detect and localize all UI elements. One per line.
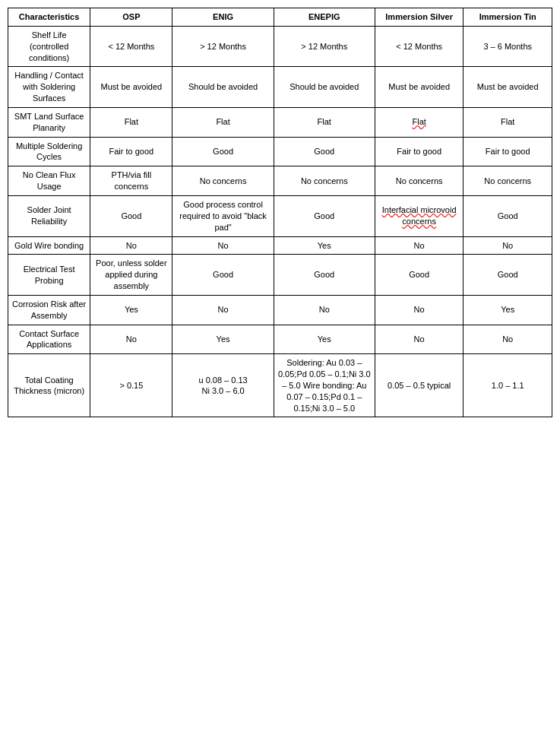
- cell-imtin-2: Flat: [464, 107, 552, 137]
- cell-osp-2: Flat: [90, 107, 172, 137]
- header-characteristics: Characteristics: [8, 8, 90, 27]
- cell-char-3: Multiple Soldering Cycles: [8, 137, 90, 166]
- cell-enepig-6: Yes: [274, 236, 375, 255]
- table-row: SMT Land Surface PlanarityFlatFlatFlatFl…: [8, 107, 552, 137]
- table-row: Corrosion Risk after AssemblyYesNoNoNoYe…: [8, 295, 552, 325]
- cell-enig-4: No concerns: [172, 166, 274, 196]
- cell-enepig-10: Soldering: Au 0.03 – 0.05;Pd 0.05 – 0.1;…: [274, 354, 375, 417]
- cell-char-10: Total Coating Thickness (micron): [8, 354, 90, 417]
- cell-imsilver-5: Interfacial microvoid concerns: [375, 195, 464, 236]
- cell-imtin-6: No: [464, 236, 552, 255]
- cell-imtin-10: 1.0 – 1.1: [464, 354, 552, 417]
- cell-enig-0: > 12 Months: [172, 26, 274, 67]
- cell-imsilver-6: No: [375, 236, 464, 255]
- cell-osp-7: Poor, unless solder applied during assem…: [90, 255, 172, 296]
- cell-enig-6: No: [172, 236, 274, 255]
- cell-enepig-0: > 12 Months: [274, 26, 375, 67]
- table-row: Contact Surface ApplicationsNoYesYesNoNo: [8, 325, 552, 354]
- cell-osp-8: Yes: [90, 295, 172, 325]
- cell-enepig-1: Should be avoided: [274, 67, 375, 108]
- cell-char-2: SMT Land Surface Planarity: [8, 107, 90, 137]
- cell-osp-10: > 0.15: [90, 354, 172, 417]
- cell-char-1: Handling / Contact with Soldering Surfac…: [8, 67, 90, 108]
- cell-imtin-1: Must be avoided: [464, 67, 552, 108]
- table-row: No Clean Flux UsagePTH/via fill concerns…: [8, 166, 552, 196]
- cell-enepig-3: Good: [274, 137, 375, 166]
- cell-enig-3: Good: [172, 137, 274, 166]
- header-enig: ENIG: [172, 8, 274, 27]
- cell-osp-5: Good: [90, 195, 172, 236]
- cell-osp-0: < 12 Months: [90, 26, 172, 67]
- cell-enig-5: Good process control required to avoid "…: [172, 195, 274, 236]
- cell-enig-2: Flat: [172, 107, 274, 137]
- cell-imsilver-3: Fair to good: [375, 137, 464, 166]
- table-row: Gold Wire bondingNoNoYesNoNo: [8, 236, 552, 255]
- table-row: Handling / Contact with Soldering Surfac…: [8, 67, 552, 108]
- cell-enig-8: No: [172, 295, 274, 325]
- cell-imsilver-0: < 12 Months: [375, 26, 464, 67]
- cell-imsilver-1: Must be avoided: [375, 67, 464, 108]
- cell-imtin-8: Yes: [464, 295, 552, 325]
- cell-imtin-4: No concerns: [464, 166, 552, 196]
- cell-osp-3: Fair to good: [90, 137, 172, 166]
- header-immersion-silver: Immersion Silver: [375, 8, 464, 27]
- cell-osp-4: PTH/via fill concerns: [90, 166, 172, 196]
- cell-imtin-5: Good: [464, 195, 552, 236]
- cell-char-4: No Clean Flux Usage: [8, 166, 90, 196]
- cell-enepig-9: Yes: [274, 325, 375, 354]
- cell-char-6: Gold Wire bonding: [8, 236, 90, 255]
- cell-char-8: Corrosion Risk after Assembly: [8, 295, 90, 325]
- cell-char-0: Shelf Life (controlled conditions): [8, 26, 90, 67]
- cell-imtin-3: Fair to good: [464, 137, 552, 166]
- cell-enepig-5: Good: [274, 195, 375, 236]
- cell-imsilver-9: No: [375, 325, 464, 354]
- cell-imsilver-4: No concerns: [375, 166, 464, 196]
- cell-imtin-9: No: [464, 325, 552, 354]
- cell-enig-10: u 0.08 – 0.13 Ni 3.0 – 6.0: [172, 354, 274, 417]
- cell-enepig-2: Flat: [274, 107, 375, 137]
- cell-enig-9: Yes: [172, 325, 274, 354]
- header-immersion-tin: Immersion Tin: [464, 8, 552, 27]
- table-row: Solder Joint ReliabilityGoodGood process…: [8, 195, 552, 236]
- header-osp: OSP: [90, 8, 172, 27]
- cell-enig-1: Should be avoided: [172, 67, 274, 108]
- cell-enepig-7: Good: [274, 255, 375, 296]
- table-row: Total Coating Thickness (micron)> 0.15u …: [8, 354, 552, 417]
- cell-char-7: Electrical Test Probing: [8, 255, 90, 296]
- cell-imsilver-10: 0.05 – 0.5 typical: [375, 354, 464, 417]
- cell-char-5: Solder Joint Reliability: [8, 195, 90, 236]
- comparison-table-wrapper: Characteristics OSP ENIG ENEPIG Immersio…: [8, 8, 552, 417]
- cell-imsilver-2: Flat: [375, 107, 464, 137]
- table-row: Shelf Life (controlled conditions)< 12 M…: [8, 26, 552, 67]
- cell-osp-1: Must be avoided: [90, 67, 172, 108]
- cell-enepig-4: No concerns: [274, 166, 375, 196]
- cell-imtin-0: 3 – 6 Months: [464, 26, 552, 67]
- table-row: Multiple Soldering CyclesFair to goodGoo…: [8, 137, 552, 166]
- table-row: Electrical Test ProbingPoor, unless sold…: [8, 255, 552, 296]
- cell-imsilver-7: Good: [375, 255, 464, 296]
- header-enepig: ENEPIG: [274, 8, 375, 27]
- cell-osp-6: No: [90, 236, 172, 255]
- cell-enepig-8: No: [274, 295, 375, 325]
- pcb-finish-comparison-table: Characteristics OSP ENIG ENEPIG Immersio…: [8, 8, 552, 417]
- cell-imtin-7: Good: [464, 255, 552, 296]
- cell-osp-9: No: [90, 325, 172, 354]
- cell-char-9: Contact Surface Applications: [8, 325, 90, 354]
- cell-enig-7: Good: [172, 255, 274, 296]
- cell-imsilver-8: No: [375, 295, 464, 325]
